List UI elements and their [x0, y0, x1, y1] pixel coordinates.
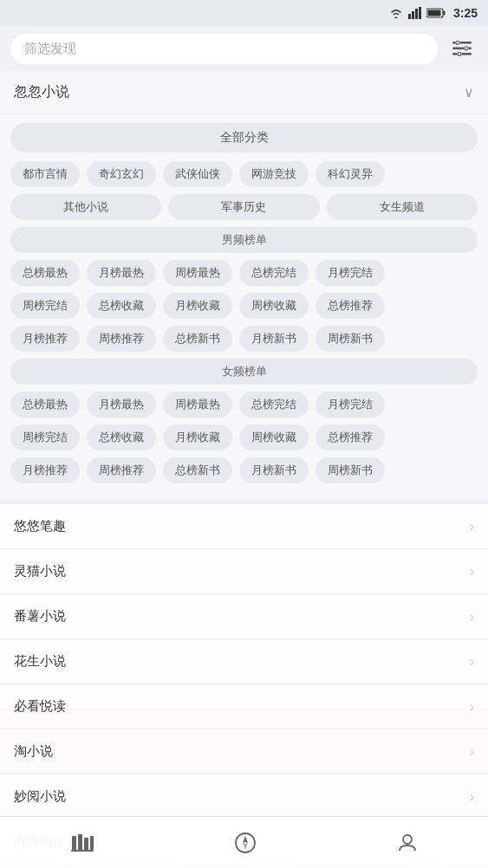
male-section-label: 男频榜单	[10, 227, 478, 253]
svg-rect-0	[408, 14, 411, 19]
nav-bookshelf[interactable]	[53, 826, 112, 860]
female-tag-总榜完结[interactable]: 总榜完结	[239, 392, 309, 418]
list-item-悠悠笔趣[interactable]: 悠悠笔趣 ›	[0, 504, 488, 549]
female-tag-总榜最热[interactable]: 总榜最热	[10, 392, 80, 418]
svg-rect-3	[419, 7, 421, 19]
list-chevron-icon: ›	[470, 519, 474, 534]
full-category-button[interactable]: 全部分类	[10, 123, 478, 152]
male-tag-月榜收藏-1[interactable]: 月榜收藏	[163, 293, 232, 319]
signal-icon	[408, 7, 422, 19]
female-tag-总榜收藏[interactable]: 总榜收藏	[87, 424, 156, 450]
genre-row-2: 其他小说 军事历史 女生频道	[10, 194, 478, 220]
svg-marker-43	[243, 836, 248, 843]
profile-icon	[396, 832, 419, 854]
list-chevron-icon: ›	[470, 744, 474, 760]
svg-rect-6	[427, 10, 440, 16]
list-chevron-icon: ›	[470, 564, 474, 580]
male-tag-总榜收藏-1[interactable]: 总榜收藏	[87, 293, 156, 319]
svg-rect-1	[412, 11, 414, 19]
nav-profile[interactable]	[379, 825, 436, 861]
accordion-section: 忽忽小说 ∨ 全部分类 都市言情 奇幻玄幻 武侠仙侠 网游竞技 科幻灵异 其他小…	[0, 71, 488, 499]
status-icons: 3:25	[388, 6, 478, 20]
male-tag-月榜最热-1[interactable]: 月榜最热	[87, 260, 156, 286]
female-tag-周榜完结[interactable]: 周榜完结	[10, 424, 80, 450]
male-tag-周榜最热-1[interactable]: 周榜最热	[163, 260, 232, 286]
genre-tag-奇幻玄幻[interactable]: 奇幻玄幻	[87, 161, 156, 187]
female-section-label: 女频榜单	[10, 359, 478, 385]
genre-tag-其他小说[interactable]: 其他小说	[10, 194, 161, 220]
wifi-icon	[388, 7, 404, 19]
male-tag-总榜新书-1[interactable]: 总榜新书	[163, 326, 232, 352]
svg-rect-37	[72, 836, 76, 850]
svg-rect-5	[443, 11, 445, 16]
male-tag-周榜完结-1[interactable]: 周榜完结	[10, 293, 80, 319]
male-tag-月榜新书-1[interactable]: 月榜新书	[239, 326, 309, 352]
male-tag-月榜推荐-1[interactable]: 月榜推荐	[10, 326, 80, 352]
female-tag-月榜新书[interactable]: 月榜新书	[239, 457, 309, 483]
female-tag-周榜收藏[interactable]: 周榜收藏	[239, 424, 309, 450]
male-tag-周榜收藏-1[interactable]: 周榜收藏	[239, 293, 309, 319]
accordion-title: 忽忽小说	[14, 83, 69, 101]
genre-tag-网游竞技[interactable]: 网游竞技	[239, 161, 309, 187]
male-tag-总榜最热-1[interactable]: 总榜最热	[10, 260, 80, 286]
list-item-妙阅小说[interactable]: 妙阅小说 ›	[0, 774, 488, 819]
svg-rect-40	[90, 836, 94, 850]
list-chevron-icon: ›	[470, 609, 474, 625]
list-item-title: 必看悦读	[14, 698, 66, 715]
male-tag-月榜完结-1[interactable]: 月榜完结	[316, 260, 385, 286]
male-tag-周榜新书-1[interactable]: 周榜新书	[316, 326, 385, 352]
list-item-番薯小说[interactable]: 番薯小说 ›	[0, 594, 488, 639]
male-tags-row-2: 周榜完结 总榜收藏 月榜收藏 周榜收藏 总榜推荐	[10, 293, 478, 319]
male-tag-周榜推荐-1[interactable]: 周榜推荐	[87, 326, 156, 352]
female-tag-周榜最热[interactable]: 周榜最热	[163, 392, 232, 418]
list-item-title: 灵猫小说	[14, 563, 66, 580]
chevron-down-icon: ∨	[464, 84, 474, 100]
nav-discover[interactable]	[217, 825, 274, 861]
female-tags-row-2: 周榜完结 总榜收藏 月榜收藏 周榜收藏 总榜推荐	[10, 424, 478, 450]
svg-rect-39	[84, 838, 88, 850]
male-tag-总榜完结-1[interactable]: 总榜完结	[239, 260, 309, 286]
list-chevron-icon: ›	[470, 699, 474, 715]
genre-tag-科幻灵异[interactable]: 科幻灵异	[316, 161, 385, 187]
filter-icon	[451, 39, 473, 58]
list-item-title: 淘小说	[14, 743, 53, 760]
svg-rect-41	[71, 850, 94, 852]
list-item-title: 悠悠笔趣	[14, 518, 66, 534]
genre-row-1: 都市言情 奇幻玄幻 武侠仙侠 网游竞技 科幻灵异	[10, 161, 478, 187]
bottom-nav	[0, 816, 488, 868]
list-item-淘小说[interactable]: 淘小说 ›	[0, 729, 488, 774]
female-tag-周榜新书[interactable]: 周榜新书	[316, 457, 385, 483]
female-tags-row-1: 总榜最热 月榜最热 周榜最热 总榜完结 月榜完结	[10, 392, 478, 418]
male-tags-row-1: 总榜最热 月榜最热 周榜最热 总榜完结 月榜完结	[10, 260, 478, 286]
svg-marker-44	[243, 843, 248, 850]
female-tag-月榜最热[interactable]: 月榜最热	[87, 392, 156, 418]
filter-icon-button[interactable]	[446, 33, 478, 64]
list-item-必看悦读[interactable]: 必看悦读 ›	[0, 684, 488, 729]
genre-tag-武侠仙侠[interactable]: 武侠仙侠	[163, 161, 232, 187]
female-tag-月榜收藏[interactable]: 月榜收藏	[163, 424, 232, 450]
list-section: 悠悠笔趣 › 灵猫小说 › 番薯小说 › 花生小说 › 必看悦读 ›	[0, 504, 488, 868]
list-item-花生小说[interactable]: 花生小说 ›	[0, 639, 488, 684]
male-tag-总榜推荐-1[interactable]: 总榜推荐	[316, 293, 385, 319]
female-tag-月榜推荐[interactable]: 月榜推荐	[10, 457, 80, 483]
list-chevron-icon: ›	[470, 789, 474, 805]
female-tag-总榜推荐[interactable]: 总榜推荐	[316, 424, 385, 450]
search-placeholder: 筛选发现	[24, 41, 76, 57]
svg-rect-2	[415, 9, 418, 19]
genre-tag-都市言情[interactable]: 都市言情	[10, 161, 80, 187]
female-tag-周榜推荐[interactable]: 周榜推荐	[87, 457, 156, 483]
female-tag-总榜新书[interactable]: 总榜新书	[163, 457, 232, 483]
search-input-wrapper[interactable]: 筛选发现	[10, 34, 438, 64]
time-display: 3:25	[453, 6, 478, 20]
accordion-header[interactable]: 忽忽小说 ∨	[0, 71, 488, 114]
genre-tag-军事历史[interactable]: 军事历史	[168, 194, 319, 220]
svg-point-45	[403, 835, 412, 844]
list-chevron-icon: ›	[470, 654, 474, 670]
female-tag-月榜完结[interactable]: 月榜完结	[316, 392, 385, 418]
bookshelf-icon	[70, 832, 94, 853]
search-bar: 筛选发现	[0, 26, 488, 71]
list-item-title: 花生小说	[14, 653, 66, 670]
list-item-灵猫小说[interactable]: 灵猫小说 ›	[0, 549, 488, 594]
tags-content: 全部分类 都市言情 奇幻玄幻 武侠仙侠 网游竞技 科幻灵异 其他小说 军事历史 …	[0, 114, 488, 499]
genre-tag-女生频道[interactable]: 女生频道	[327, 194, 478, 220]
